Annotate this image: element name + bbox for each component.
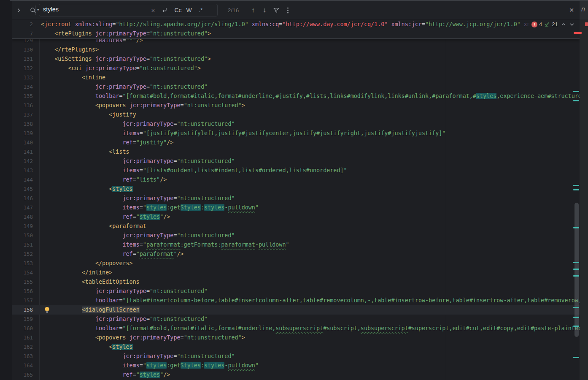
line-number: 157 — [12, 296, 33, 305]
code-line[interactable]: 162 <styles — [12, 342, 580, 352]
search-stripe-mark[interactable] — [573, 91, 579, 92]
line-number: 147 — [12, 203, 33, 212]
error-icon[interactable]: ! — [531, 22, 537, 27]
code-line[interactable]: 132 <cui jcr:primaryType="nt:unstructure… — [12, 64, 580, 73]
words-toggle[interactable]: W — [184, 1, 194, 19]
search-stripe-mark[interactable] — [573, 307, 579, 308]
code-line[interactable]: 161 <popovers jcr:primaryType="nt:unstru… — [12, 333, 580, 342]
line-number: 138 — [12, 119, 33, 129]
line-number: 130 — [12, 45, 33, 54]
search-stripe-mark[interactable] — [573, 317, 579, 318]
error-stripe-mark-red[interactable] — [574, 32, 582, 34]
match-case-toggle[interactable]: Cc — [172, 1, 184, 19]
code-text: toolbar="[format#bold,format#italic,form… — [41, 92, 580, 101]
code-line[interactable]: 144 ref="lists"/> — [12, 175, 580, 185]
code-line[interactable]: 137 <justify — [12, 110, 580, 119]
code-line[interactable]: 160 toolbar="[format#bold,format#italic,… — [12, 324, 580, 333]
code-line[interactable]: 154 </inline> — [12, 268, 580, 277]
code-line[interactable]: 133 <inline — [12, 73, 580, 82]
more-options-kebab-icon[interactable] — [282, 1, 293, 19]
code-line[interactable]: 135 toolbar="[format#bold,format#italic,… — [12, 92, 580, 101]
code-line[interactable]: 7 <rtePlugins jcr:primaryType="nt:unstru… — [12, 29, 580, 38]
search-stripe-mark[interactable] — [573, 262, 579, 263]
code-line[interactable]: 147 items="styles:getStyles:styles-pulld… — [12, 203, 580, 212]
code-line[interactable]: 138 jcr:primaryType="nt:unstructured" — [12, 119, 580, 129]
code-line[interactable]: 165 ref="styles"/> — [12, 370, 580, 380]
code-line[interactable]: 143 items="[lists#outdent,lists#indent,l… — [12, 166, 580, 175]
adjacent-window-strip: n — [580, 0, 588, 380]
next-problem-chevron-icon[interactable] — [569, 23, 575, 26]
code-line[interactable]: 153 </popovers> — [12, 259, 580, 268]
search-stripe-mark[interactable] — [573, 100, 579, 101]
search-stripe-mark[interactable] — [573, 326, 579, 327]
code-line[interactable]: 130 </rtePlugins> — [12, 45, 580, 54]
search-stripe-mark[interactable] — [573, 189, 579, 190]
search-stripe-mark[interactable] — [573, 269, 579, 270]
code-text: items="[justify#justifyleft,justify#just… — [41, 129, 445, 138]
code-line[interactable]: 152 ref="paraformat"/> — [12, 250, 580, 259]
code-line[interactable]: 163 jcr:primaryType="nt:unstructured" — [12, 352, 580, 361]
expand-search-chevron-icon[interactable] — [13, 1, 24, 19]
code-line[interactable]: 141 <lists — [12, 147, 580, 157]
prev-problem-chevron-icon[interactable] — [561, 23, 566, 26]
search-stripe-mark[interactable] — [573, 275, 579, 277]
code-text: items="[lists#outdent,lists#indent,lists… — [41, 166, 347, 175]
sticky-lines-header[interactable]: 2<jcr:root xmlns:sling="http://sling.apa… — [12, 19, 580, 39]
search-match-highlight: Styles — [181, 204, 201, 211]
code-line[interactable]: 134 jcr:primaryType="nt:unstructured" — [12, 82, 580, 92]
line-number: 161 — [12, 333, 33, 342]
filter-icon[interactable] — [270, 1, 282, 19]
code-line[interactable]: 150 jcr:primaryType="nt:unstructured" — [12, 231, 580, 240]
search-stripe-mark[interactable] — [573, 357, 579, 358]
code-line[interactable]: 151 items="paraformat:getFormats:parafor… — [12, 240, 580, 250]
line-number: 137 — [12, 110, 33, 119]
code-text: <uiSettings jcr:primaryType="nt:unstruct… — [41, 54, 211, 64]
intention-lightbulb-icon[interactable] — [44, 307, 50, 314]
code-line[interactable]: 155 <tableEditOptions — [12, 277, 580, 287]
code-line[interactable]: 148 ref="styles"/> — [12, 212, 580, 222]
next-match-button[interactable]: ↓ — [259, 1, 270, 19]
code-line[interactable]: 131 <uiSettings jcr:primaryType="nt:unst… — [12, 54, 580, 64]
code-text: jcr:primaryType="nt:unstructured" — [41, 119, 235, 129]
line-number: 153 — [12, 259, 33, 268]
search-match-highlight: styles — [476, 93, 496, 99]
code-line[interactable]: 149 <paraformat — [12, 222, 580, 231]
line-number: 143 — [12, 166, 33, 175]
code-line[interactable]: 139 items="[justify#justifyleft,justify#… — [12, 129, 580, 138]
line-number: 142 — [12, 157, 33, 166]
code-line[interactable]: 2<jcr:root xmlns:sling="http://sling.apa… — [12, 20, 580, 29]
warning-check-icon[interactable] — [544, 21, 550, 27]
search-input[interactable]: styles — [43, 6, 59, 13]
regex-toggle[interactable]: .* — [195, 1, 207, 19]
code-editor[interactable]: 129 features="*"/>130 </rtePlugins>131 <… — [12, 19, 580, 380]
previous-match-button[interactable]: ↑ — [247, 1, 259, 19]
code-line[interactable]: 136 <popovers jcr:primaryType="nt:unstru… — [12, 101, 580, 110]
code-line[interactable]: 146 jcr:primaryType="nt:unstructured" — [12, 194, 580, 203]
code-line[interactable]: 156 jcr:primaryType="nt:unstructured" — [12, 287, 580, 296]
new-line-icon[interactable] — [159, 1, 170, 19]
code-text: ref="paraformat"/> — [41, 250, 184, 259]
search-icon[interactable] — [29, 1, 37, 19]
close-search-icon[interactable]: × — [565, 1, 578, 19]
code-line[interactable]: 159 jcr:primaryType="nt:unstructured" — [12, 315, 580, 324]
line-number: 163 — [12, 352, 33, 361]
search-stripe-mark[interactable] — [573, 185, 579, 186]
line-number: 139 — [12, 129, 33, 138]
line-number: 146 — [12, 194, 33, 203]
code-line[interactable]: 142 jcr:primaryType="nt:unstructured" — [12, 157, 580, 166]
code-text: ref="lists"/> — [41, 175, 167, 185]
line-number: 154 — [12, 268, 33, 277]
line-number: 132 — [12, 64, 33, 73]
clear-search-icon[interactable]: × — [148, 1, 159, 19]
current-code-line[interactable]: 158 <dialogFullScreen — [12, 305, 580, 315]
code-text: <dialogFullScreen — [41, 305, 140, 315]
inspections-widget[interactable]: ! 4 21 — [531, 19, 580, 29]
search-history-caret-icon[interactable]: ▾ — [37, 8, 39, 12]
code-line[interactable]: 140 ref="justify"/> — [12, 138, 580, 147]
search-match-highlight: styles — [140, 372, 160, 378]
code-line[interactable]: 157 toolbar="[table#insertcolumn-before,… — [12, 296, 580, 305]
code-line[interactable]: 145 <styles — [12, 185, 580, 194]
line-number: 156 — [12, 287, 33, 296]
search-stripe-mark[interactable] — [573, 227, 579, 228]
code-line[interactable]: 164 items="styles:getStyles:styles-pulld… — [12, 361, 580, 370]
